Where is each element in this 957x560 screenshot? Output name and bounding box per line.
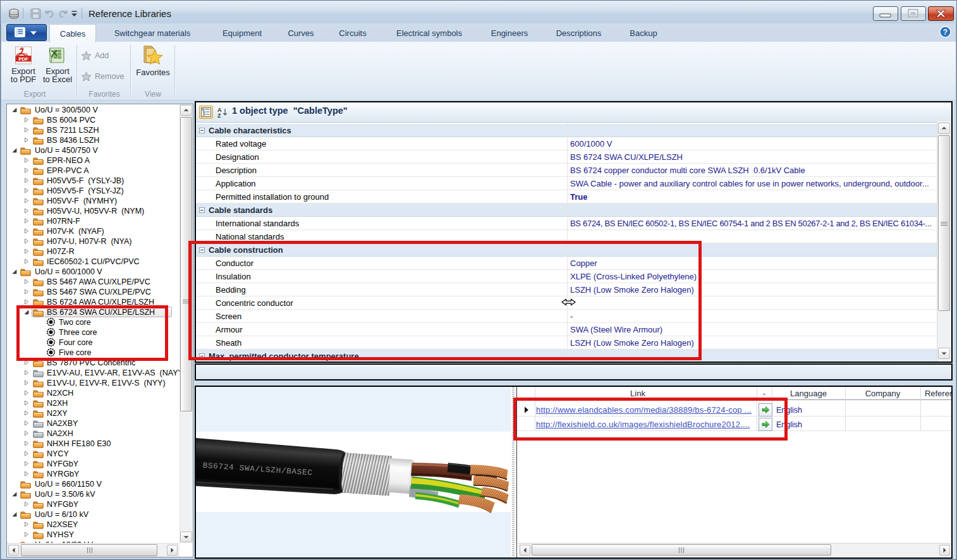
svg-text:PDF: PDF: [19, 56, 28, 62]
svg-text:?: ?: [943, 28, 948, 37]
svg-text:Z: Z: [217, 113, 221, 118]
